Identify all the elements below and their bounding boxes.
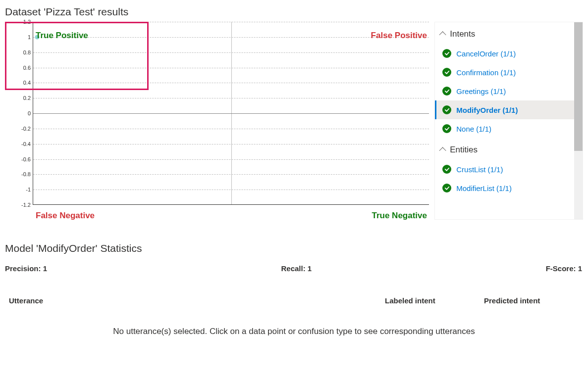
check-circle-icon	[442, 165, 451, 174]
list-item-label: Greetings (1/1)	[456, 87, 506, 96]
y-tick-label: 0.2	[11, 95, 31, 101]
col-predicted-intent[interactable]: Predicted intent	[484, 296, 583, 305]
quadrant-true-negative[interactable]: True Negative	[372, 211, 428, 221]
gridline	[33, 113, 429, 114]
y-tick-label: -1.2	[11, 202, 31, 208]
y-tick-label: -0.6	[11, 156, 31, 162]
y-tick-label: 1.2	[11, 19, 31, 25]
recall-stat: Recall: 1	[281, 264, 312, 273]
section-header-entities[interactable]: Entities	[435, 138, 583, 160]
gridline	[33, 174, 429, 175]
y-tick-label: -0.4	[11, 141, 31, 147]
col-labeled-intent[interactable]: Labeled intent	[385, 296, 484, 305]
gridline	[33, 98, 429, 98]
gridline	[33, 52, 429, 53]
quadrant-false-positive[interactable]: False Positive	[371, 31, 427, 41]
list-item-label: CancelOrder (1/1)	[456, 49, 516, 58]
section-header-intents[interactable]: Intents	[435, 22, 583, 44]
scrollbar-thumb[interactable]	[574, 22, 583, 151]
check-circle-icon	[442, 49, 451, 58]
y-tick-label: -1	[11, 187, 31, 192]
check-circle-icon	[442, 68, 451, 77]
confusion-chart[interactable]: True Positive False Positive False Negat…	[5, 22, 432, 225]
fscore-stat: F-Score: 1	[546, 264, 582, 273]
check-circle-icon	[442, 124, 451, 133]
check-circle-icon	[442, 105, 451, 114]
gridline	[33, 22, 429, 22]
chevron-up-icon	[439, 147, 446, 154]
y-tick-label: -0.8	[11, 171, 31, 177]
y-tick-label: 1	[11, 34, 31, 40]
y-tick-label: -0.2	[11, 126, 31, 132]
list-item-label: ModifierList (1/1)	[456, 184, 512, 192]
list-item-label: CrustList (1/1)	[456, 165, 503, 174]
list-item[interactable]: Greetings (1/1)	[435, 82, 583, 100]
y-tick-label: 0	[11, 110, 31, 116]
list-item-label: Confirmation (1/1)	[456, 68, 516, 77]
list-item[interactable]: None (1/1)	[435, 119, 583, 138]
gridline	[33, 37, 429, 38]
precision-stat: Precision: 1	[5, 264, 47, 273]
y-tick-label: 0.8	[11, 49, 31, 55]
gridline	[33, 190, 429, 190]
gridline	[33, 68, 429, 68]
scrollbar-track[interactable]	[574, 22, 583, 219]
stats-row: Precision: 1 Recall: 1 F-Score: 1	[0, 259, 588, 278]
quadrant-true-positive[interactable]: True Positive	[36, 31, 88, 41]
list-item-label: None (1/1)	[456, 125, 491, 133]
list-item[interactable]: ModifyOrder (1/1)	[435, 100, 583, 119]
section-title: Intents	[450, 29, 475, 39]
empty-state-message: No utterance(s) selected. Click on a dat…	[0, 310, 588, 353]
stats-title: Model 'ModifyOrder' Statistics	[0, 239, 588, 259]
check-circle-icon	[442, 184, 451, 192]
page-title: Dataset 'Pizza Test' results	[0, 0, 588, 22]
table-header-row: Utterance Labeled intent Predicted inten…	[0, 287, 588, 310]
list-item-label: ModifyOrder (1/1)	[456, 106, 518, 114]
quadrant-false-negative[interactable]: False Negative	[36, 211, 95, 221]
list-item[interactable]: Confirmation (1/1)	[435, 63, 583, 82]
check-circle-icon	[442, 87, 451, 96]
list-item[interactable]: ModifierList (1/1)	[435, 179, 583, 197]
col-utterance[interactable]: Utterance	[9, 296, 385, 305]
gridline	[33, 129, 429, 129]
list-item[interactable]: CancelOrder (1/1)	[435, 44, 583, 63]
sidebar: IntentsCancelOrder (1/1)Confirmation (1/…	[434, 22, 583, 220]
y-tick-label: 0.6	[11, 65, 31, 71]
y-tick-label: 0.4	[11, 80, 31, 86]
section-title: Entities	[450, 145, 478, 155]
chevron-up-icon	[439, 31, 446, 38]
gridline	[33, 83, 429, 83]
gridline	[33, 144, 429, 144]
list-item[interactable]: CrustList (1/1)	[435, 160, 583, 179]
gridline	[33, 159, 429, 160]
